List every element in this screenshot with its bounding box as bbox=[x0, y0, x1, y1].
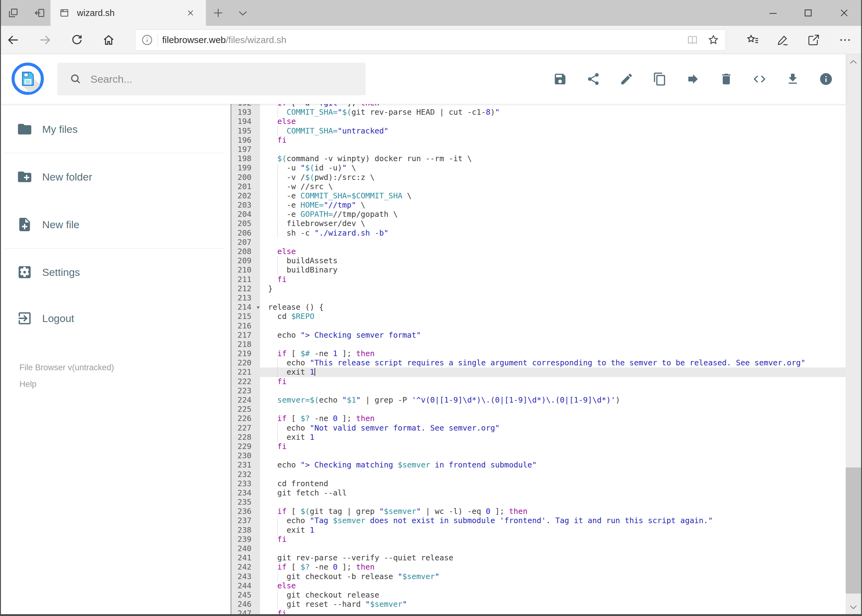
code-text[interactable]: fi bbox=[260, 442, 846, 451]
line-number[interactable]: 195 bbox=[232, 126, 260, 136]
line-number[interactable]: 208 bbox=[232, 247, 260, 256]
code-text[interactable] bbox=[260, 145, 846, 154]
line-number[interactable]: 202 bbox=[232, 191, 260, 201]
line-number[interactable]: 192 bbox=[232, 104, 260, 108]
sidebar-item-logout[interactable]: Logout bbox=[1, 303, 232, 334]
line-number[interactable]: 196 bbox=[232, 136, 260, 145]
code-text[interactable]: exit 1 bbox=[260, 368, 846, 377]
code-text[interactable]: if [ $? -ne 0 ]; then bbox=[260, 414, 846, 423]
line-number[interactable]: 226 bbox=[232, 414, 260, 423]
line-number[interactable]: 197 bbox=[232, 145, 260, 154]
code-text[interactable]: buildAssets bbox=[260, 256, 846, 266]
favorites-hub-icon[interactable] bbox=[742, 29, 764, 51]
line-number[interactable]: 229 bbox=[232, 442, 260, 451]
code-text[interactable]: cd $REPO bbox=[260, 312, 846, 321]
reading-view-icon[interactable] bbox=[686, 33, 699, 46]
code-text[interactable] bbox=[260, 544, 846, 553]
code-text[interactable]: else bbox=[260, 247, 846, 256]
info-button[interactable] bbox=[815, 68, 837, 90]
share-page-icon[interactable] bbox=[803, 29, 824, 51]
line-number[interactable]: 238 bbox=[232, 526, 260, 535]
sidebar-item-new-file[interactable]: New file bbox=[1, 209, 232, 240]
line-number[interactable]: 228 bbox=[232, 433, 260, 442]
code-text[interactable] bbox=[260, 321, 846, 331]
line-number[interactable]: 212 bbox=[232, 284, 260, 293]
line-number[interactable]: 214▾ bbox=[232, 303, 260, 312]
code-text[interactable]: -e GOPATH=//tmp/gopath \ bbox=[260, 210, 846, 219]
address-bar[interactable]: filebrowser.web/files/wizard.sh bbox=[135, 30, 726, 50]
line-number[interactable]: 242 bbox=[232, 563, 260, 572]
code-text[interactable] bbox=[260, 451, 846, 460]
line-number[interactable]: 236 bbox=[232, 507, 260, 516]
code-text[interactable] bbox=[260, 470, 846, 479]
code-text[interactable]: echo "> Checking matching $semver in fro… bbox=[260, 460, 846, 470]
new-tab-button[interactable] bbox=[208, 3, 229, 23]
sidebar-item-new-folder[interactable]: New folder bbox=[1, 162, 232, 192]
tab-list-chevron-icon[interactable] bbox=[233, 3, 253, 23]
line-number[interactable]: 201 bbox=[232, 182, 260, 191]
line-number[interactable]: 203 bbox=[232, 201, 260, 210]
share-button[interactable] bbox=[582, 68, 604, 90]
line-number[interactable]: 245 bbox=[232, 591, 260, 600]
line-number[interactable]: 230 bbox=[232, 451, 260, 460]
line-number[interactable]: 246 bbox=[232, 600, 260, 609]
sidebar-item-my-files[interactable]: My files bbox=[1, 114, 232, 145]
code-text[interactable]: sh -c "./wizard.sh -b" bbox=[260, 228, 846, 238]
code-text[interactable]: git fetch --all bbox=[260, 489, 846, 498]
code-text[interactable]: fi bbox=[260, 377, 846, 386]
code-text[interactable]: -u "$(id -u)" \ bbox=[260, 163, 846, 173]
code-text[interactable]: git checkout release bbox=[260, 591, 846, 600]
code-text[interactable]: if [ $# -ne 1 ]; then bbox=[260, 349, 846, 358]
code-text[interactable] bbox=[260, 340, 846, 349]
code-text[interactable]: -w //src \ bbox=[260, 182, 846, 191]
code-text[interactable]: else bbox=[260, 581, 846, 591]
line-number[interactable]: 243 bbox=[232, 572, 260, 581]
window-minimize-button[interactable] bbox=[763, 3, 783, 23]
code-text[interactable] bbox=[260, 238, 846, 247]
line-number[interactable]: 219 bbox=[232, 349, 260, 358]
line-number[interactable]: 237 bbox=[232, 516, 260, 525]
line-number[interactable]: 199 bbox=[232, 163, 260, 173]
code-text[interactable]: exit 1 bbox=[260, 433, 846, 442]
line-number[interactable]: 247 bbox=[232, 609, 260, 614]
line-number[interactable]: 233 bbox=[232, 479, 260, 489]
set-tabs-aside-icon[interactable] bbox=[3, 3, 24, 23]
copy-button[interactable] bbox=[649, 68, 671, 90]
back-button[interactable] bbox=[2, 29, 24, 51]
save-button[interactable] bbox=[549, 68, 571, 90]
line-number[interactable]: 234 bbox=[232, 489, 260, 498]
code-text[interactable]: if [ $? -ne 0 ]; then bbox=[260, 563, 846, 572]
line-number[interactable]: 222 bbox=[232, 377, 260, 386]
delete-button[interactable] bbox=[715, 68, 738, 90]
scrollbar-thumb[interactable] bbox=[846, 467, 861, 594]
line-number[interactable]: 205 bbox=[232, 219, 260, 228]
window-maximize-button[interactable] bbox=[798, 3, 818, 23]
code-text[interactable]: -e HOME="//tmp" \ bbox=[260, 201, 846, 210]
line-number[interactable]: 232 bbox=[232, 470, 260, 479]
line-number[interactable]: 239 bbox=[232, 535, 260, 544]
code-text[interactable]: semver=$(echo "$1" | grep -P '^v(0|[1-9]… bbox=[260, 396, 846, 405]
code-text[interactable]: fi bbox=[260, 609, 846, 614]
search-box[interactable] bbox=[57, 63, 366, 95]
line-number[interactable]: 207 bbox=[232, 238, 260, 247]
site-info-icon[interactable] bbox=[140, 33, 154, 47]
scroll-up-icon[interactable] bbox=[846, 56, 861, 68]
fold-marker-icon[interactable]: ▾ bbox=[257, 303, 259, 312]
line-number[interactable]: 220 bbox=[232, 358, 260, 368]
code-button[interactable] bbox=[749, 68, 771, 90]
code-text[interactable]: -v /$(pwd):/src:z \ bbox=[260, 173, 846, 182]
home-button[interactable] bbox=[98, 29, 120, 51]
line-number[interactable]: 204 bbox=[232, 210, 260, 219]
web-notes-pen-icon[interactable] bbox=[772, 29, 794, 51]
line-number[interactable]: 231 bbox=[232, 460, 260, 470]
line-number[interactable]: 235 bbox=[232, 498, 260, 507]
line-number[interactable]: 221 bbox=[232, 368, 260, 377]
line-number[interactable]: 225 bbox=[232, 405, 260, 414]
tab-close-icon[interactable] bbox=[184, 6, 197, 20]
code-text[interactable]: if [ $(git tag | grep "$semver" | wc -l)… bbox=[260, 507, 846, 516]
code-text[interactable]: cd frontend bbox=[260, 479, 846, 489]
line-number[interactable]: 218 bbox=[232, 340, 260, 349]
line-number[interactable]: 223 bbox=[232, 386, 260, 396]
forward-button[interactable] bbox=[34, 29, 56, 51]
edit-button[interactable] bbox=[616, 68, 638, 90]
